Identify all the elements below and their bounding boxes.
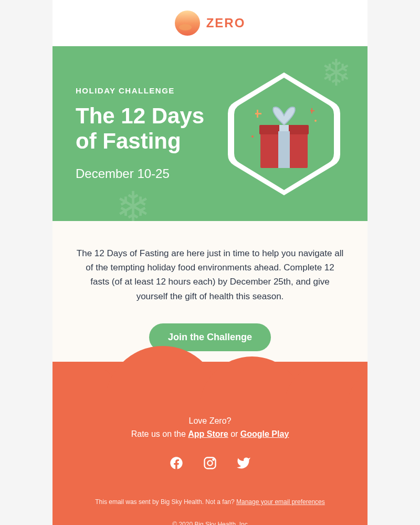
footer-love: Love Zero? <box>189 416 232 425</box>
svg-point-8 <box>213 459 214 460</box>
hero-date: December 10-25 <box>76 166 213 181</box>
copyright-text: © 2020 Big Sky Health, Inc <box>172 521 248 525</box>
hero-section: ❄ ❄ HOLIDAY CHALLENGE The 12 Days of Fas… <box>52 46 368 221</box>
social-icons <box>68 456 352 470</box>
footer-rate-text: Love Zero? Rate us on the App Store or G… <box>68 414 352 441</box>
header: ZERO <box>52 0 368 46</box>
manage-preferences-link[interactable]: Manage your email preferences <box>236 498 325 506</box>
svg-point-4 <box>314 120 317 122</box>
twitter-icon[interactable] <box>236 456 251 470</box>
hero-text: HOLIDAY CHALLENGE The 12 Days of Fasting… <box>76 86 213 182</box>
facebook-icon[interactable] <box>169 456 184 470</box>
gift-badge <box>224 68 344 200</box>
hero-title: The 12 Days of Fasting <box>76 103 213 154</box>
svg-rect-3 <box>278 131 290 168</box>
brand-name: ZERO <box>206 16 246 30</box>
svg-point-7 <box>207 460 212 465</box>
app-store-link[interactable]: App Store <box>188 429 228 438</box>
email-container: ZERO ❄ ❄ HOLIDAY CHALLENGE The 12 Days o… <box>52 0 368 525</box>
footer-legal: This email was sent by Big Sky Health. N… <box>68 497 352 525</box>
footer-section: Love Zero? Rate us on the App Store or G… <box>52 362 368 525</box>
logo-icon <box>175 10 200 36</box>
gift-icon <box>224 68 344 200</box>
footer-or: or <box>228 429 240 438</box>
cloud-decoration <box>52 341 368 404</box>
google-play-link[interactable]: Google Play <box>240 429 289 438</box>
instagram-icon[interactable] <box>203 456 217 470</box>
svg-point-5 <box>251 135 254 138</box>
footer-rate-prefix: Rate us on the <box>131 429 188 438</box>
snowflake-icon: ❄ <box>116 183 151 221</box>
legal-prefix: This email was sent by Big Sky Health. N… <box>95 498 236 506</box>
body-paragraph: The 12 Days of Fasting are here just in … <box>76 246 344 303</box>
hero-eyebrow: HOLIDAY CHALLENGE <box>76 86 213 95</box>
